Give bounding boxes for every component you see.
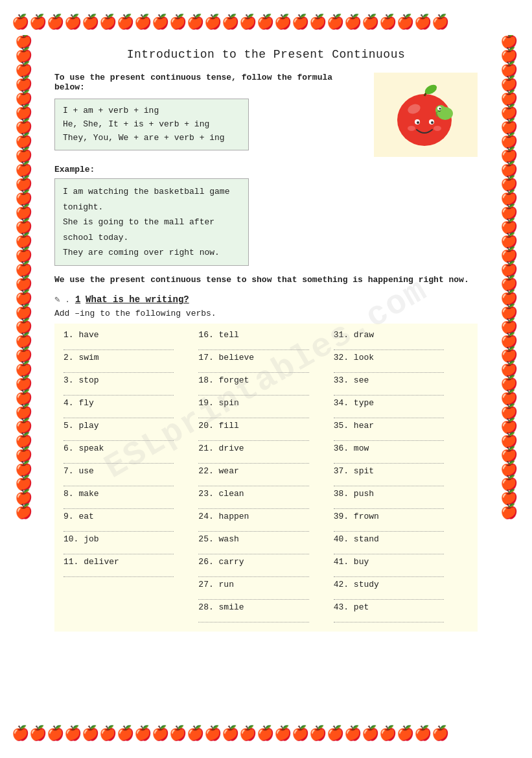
- verb-entry: 43. pet: [334, 602, 463, 612]
- column-3: 31. draw32. look33. see34. type35. hear3…: [334, 330, 468, 625]
- svg-point-7: [408, 126, 415, 131]
- apple-cartoon: [387, 78, 465, 152]
- border-right: 🍎🍎🍎🍎🍎🍎🍎🍎🍎🍎🍎🍎🍎🍎🍎🍎🍎🍎🍎🍎🍎🍎🍎🍎🍎🍎🍎🍎🍎🍎🍎🍎🍎🍎: [497, 35, 520, 723]
- list-item: 22. wear: [198, 466, 328, 486]
- verb-entry: 24. happen: [198, 512, 328, 521]
- apple-border-icon: 🍎: [15, 278, 32, 292]
- verb-entry: 8. make: [64, 489, 193, 499]
- note-text: We use the present continuous tense to s…: [54, 275, 478, 285]
- verb-entry: 18. forget: [198, 375, 328, 385]
- column-1: 1. have2. swim3. stop4. fly5. play6. spe…: [64, 330, 198, 625]
- formula-line-3: They, You, We + are + verb + ing: [63, 132, 240, 145]
- apple-border-icon: 🍎: [292, 728, 309, 742]
- list-item: 21. drive: [198, 444, 328, 464]
- answer-line: [334, 567, 444, 577]
- answer-line: [64, 385, 174, 396]
- list-item: 34. type: [334, 398, 463, 418]
- verb-entry: 11. deliver: [64, 557, 193, 567]
- apple-border-icon: 🍎: [15, 449, 32, 463]
- list-item: 42. study: [334, 580, 463, 600]
- question-number-label: .: [65, 295, 70, 305]
- answer-line: [334, 453, 444, 464]
- list-item: 24. happen: [198, 512, 328, 532]
- list-item: 28. smile: [198, 602, 328, 622]
- apple-border-icon: 🍎: [500, 349, 518, 363]
- apple-border-icon: 🍎: [64, 728, 82, 742]
- answer-line: [198, 521, 308, 532]
- list-item: 2. swim: [64, 353, 193, 373]
- apple-border-icon: 🍎: [500, 235, 518, 249]
- header-row: To use the present continuous tense, fol…: [54, 73, 478, 160]
- list-item: 1. have: [64, 330, 193, 350]
- apple-border-icon: 🍎: [15, 263, 32, 278]
- answer-line: [334, 476, 444, 486]
- svg-point-6: [431, 121, 434, 124]
- apple-border-icon: 🍎: [500, 292, 518, 306]
- list-item: 16. tell: [198, 330, 328, 350]
- apple-border-icon: 🍎: [15, 292, 32, 306]
- apple-border-icon: 🍎: [239, 16, 257, 30]
- verb-entry: 40. stand: [334, 534, 463, 544]
- apple-border-icon: 🍎: [500, 249, 518, 263]
- apple-border-icon: 🍎: [397, 728, 414, 742]
- verb-entry: 39. frown: [334, 512, 463, 521]
- list-item: 20. fill: [198, 421, 328, 441]
- answer-line: [64, 499, 174, 509]
- list-item: 35. hear: [334, 421, 463, 441]
- apple-border-icon: 🍎: [15, 349, 32, 363]
- apple-border-icon: 🍎: [432, 16, 449, 30]
- apple-border-icon: 🍎: [15, 392, 32, 406]
- answer-line: [64, 408, 174, 418]
- apple-border-icon: 🍎: [500, 392, 518, 406]
- answer-line: [64, 567, 174, 577]
- verb-entry: 36. mow: [334, 444, 463, 453]
- answer-line: [334, 408, 444, 418]
- apple-border-icon: 🍎: [414, 16, 432, 30]
- apple-border-icon: 🍎: [15, 406, 32, 420]
- apple-border-icon: 🍎: [187, 728, 204, 742]
- list-item: 5. play: [64, 421, 193, 441]
- list-item: 17. believe: [198, 353, 328, 373]
- apple-border-icon: 🍎: [15, 178, 32, 192]
- question-icon: ✎: [54, 294, 60, 305]
- apple-border-icon: 🍎: [362, 728, 379, 742]
- apple-border-icon: 🍎: [204, 16, 222, 30]
- verb-entry: 33. see: [334, 375, 463, 385]
- content-area: Introduction to the Present Continuous T…: [41, 41, 491, 638]
- list-item: 6. speak: [64, 444, 193, 464]
- border-top: 🍎🍎🍎🍎🍎🍎🍎🍎🍎🍎🍎🍎🍎🍎🍎🍎🍎🍎🍎🍎🍎🍎🍎🍎🍎: [12, 12, 520, 35]
- list-item: 25. wash: [198, 534, 328, 554]
- list-item: 8. make: [64, 489, 193, 509]
- apple-border-icon: 🍎: [500, 320, 518, 335]
- apple-border-icon: 🍎: [500, 278, 518, 292]
- svg-point-0: [397, 94, 452, 146]
- apple-border-icon: 🍎: [15, 106, 32, 121]
- apple-border-icon: 🍎: [500, 149, 518, 163]
- answer-line: [334, 544, 444, 554]
- list-item: 7. use: [64, 466, 193, 486]
- list-item: 31. draw: [334, 330, 463, 350]
- apple-border-icon: 🍎: [362, 16, 379, 30]
- svg-point-12: [439, 108, 441, 110]
- exercise-area: 1. have2. swim3. stop4. fly5. play6. spe…: [54, 324, 478, 632]
- answer-line: [64, 362, 174, 373]
- list-item: 36. mow: [334, 444, 463, 464]
- apple-border-icon: 🍎: [15, 92, 32, 106]
- apple-border-icon: 🍎: [15, 64, 32, 78]
- columns-container: 1. have2. swim3. stop4. fly5. play6. spe…: [64, 330, 468, 625]
- answer-line: [198, 362, 308, 373]
- list-item: 32. look: [334, 353, 463, 373]
- apple-border-icon: 🍎: [15, 78, 32, 92]
- apple-border-icon: 🍎: [15, 492, 32, 506]
- apple-border-icon: 🍎: [15, 35, 32, 49]
- verb-entry: 3. stop: [64, 375, 193, 385]
- list-item: 37. spit: [334, 466, 463, 486]
- answer-line: [334, 612, 444, 622]
- verb-entry: 17. believe: [198, 353, 328, 362]
- formula-box: I + am + verb + ing He, She, It + is + v…: [54, 99, 249, 150]
- answer-line: [334, 521, 444, 532]
- apple-border-icon: 🍎: [414, 728, 432, 742]
- apple-border-icon: 🍎: [379, 728, 397, 742]
- example-line-2: She is going to the mall after school to…: [63, 215, 240, 245]
- apple-border-icon: 🍎: [12, 16, 29, 30]
